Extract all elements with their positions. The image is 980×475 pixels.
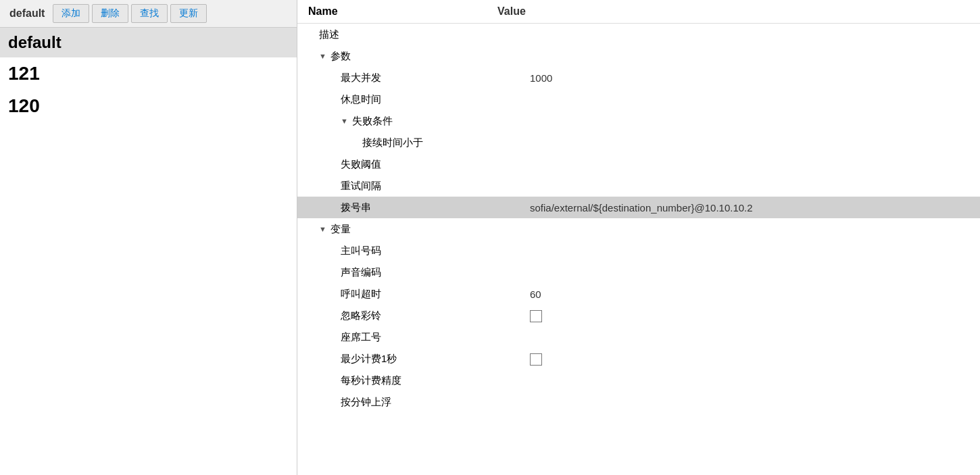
update-button[interactable]: 更新 (170, 4, 207, 23)
label-shengyin: 声音编码 (341, 266, 381, 279)
table-header: Name Value (297, 0, 980, 24)
header-name: Name (308, 5, 497, 18)
chevron-canshu[interactable]: ▼ (319, 52, 326, 60)
row-zuida[interactable]: 最大并发 1000 (297, 67, 980, 89)
value-zuida: 1000 (530, 72, 969, 84)
list-area: default 121 120 (0, 28, 297, 475)
label-xiuxi: 休息时间 (341, 93, 381, 106)
value-bohao: sofia/external/${destination_number}@10.… (530, 202, 969, 214)
label-meimiao: 每秒计费精度 (341, 374, 401, 387)
row-zhujiao[interactable]: 主叫号码 (297, 240, 980, 261)
list-item-default[interactable]: default (0, 28, 297, 57)
label-zuishao: 最少计费1秒 (341, 353, 397, 366)
checkbox-hulue[interactable] (530, 310, 542, 322)
row-hujiao[interactable]: 呼叫超时 60 (297, 283, 980, 305)
value-hulue (530, 309, 969, 322)
label-zhujiao: 主叫号码 (341, 245, 381, 257)
chevron-shibai[interactable]: ▼ (341, 117, 348, 125)
list-item-120[interactable]: 120 (0, 90, 297, 122)
row-chongshi[interactable]: 重试间隔 (297, 175, 980, 197)
row-shengyin[interactable]: 声音编码 (297, 261, 980, 283)
label-hujiao: 呼叫超时 (341, 288, 381, 301)
left-panel: default 添加 删除 查找 更新 default 121 120 (0, 0, 297, 475)
row-jieshu[interactable]: 接续时间小于 (297, 132, 980, 153)
add-button[interactable]: 添加 (53, 4, 89, 23)
label-zuida: 最大并发 (341, 72, 381, 84)
label-miaoshu: 描述 (319, 28, 339, 41)
row-bohao[interactable]: 拨号串 sofia/external/${destination_number}… (297, 197, 980, 218)
delete-button[interactable]: 删除 (92, 4, 128, 23)
label-jieshu: 接续时间小于 (362, 136, 423, 149)
row-xiuxi[interactable]: 休息时间 (297, 89, 980, 110)
header-value: Value (497, 5, 969, 18)
label-shibai: 失败条件 (352, 115, 393, 128)
row-hulue[interactable]: 忽略彩铃 (297, 305, 980, 326)
right-panel: Name Value 描述 ▼ 参数 最大并发 1000 (297, 0, 980, 475)
toolbar: default 添加 删除 查找 更新 (0, 0, 297, 28)
row-yuzhi[interactable]: 失败阈值 (297, 153, 980, 175)
label-yuzhi: 失败阈值 (341, 158, 381, 171)
row-zuishao[interactable]: 最少计费1秒 (297, 348, 980, 370)
label-bohao: 拨号串 (341, 201, 371, 214)
value-zuishao (530, 352, 969, 365)
row-canshu[interactable]: ▼ 参数 (297, 45, 980, 67)
row-meimiao[interactable]: 每秒计费精度 (297, 370, 980, 391)
label-hulue: 忽略彩铃 (341, 309, 381, 322)
label-zuoxi: 座席工号 (341, 331, 381, 344)
row-zuoxi[interactable]: 座席工号 (297, 326, 980, 348)
label-anfen: 按分钟上浮 (341, 396, 391, 409)
property-table: Name Value 描述 ▼ 参数 最大并发 1000 (297, 0, 980, 475)
row-miaoshu[interactable]: 描述 (297, 24, 980, 45)
label-bianliang: 变量 (330, 223, 351, 236)
label-chongshi: 重试间隔 (341, 180, 381, 193)
row-bianliang[interactable]: ▼ 变量 (297, 218, 980, 240)
find-button[interactable]: 查找 (131, 4, 168, 23)
toolbar-label: default (4, 5, 50, 22)
value-hujiao: 60 (530, 289, 969, 300)
chevron-bianliang[interactable]: ▼ (319, 225, 326, 233)
checkbox-zuishao[interactable] (530, 353, 542, 366)
row-anfen[interactable]: 按分钟上浮 (297, 391, 980, 413)
list-item-121[interactable]: 121 (0, 57, 297, 90)
row-shibai[interactable]: ▼ 失败条件 (297, 110, 980, 132)
label-canshu: 参数 (330, 50, 351, 63)
